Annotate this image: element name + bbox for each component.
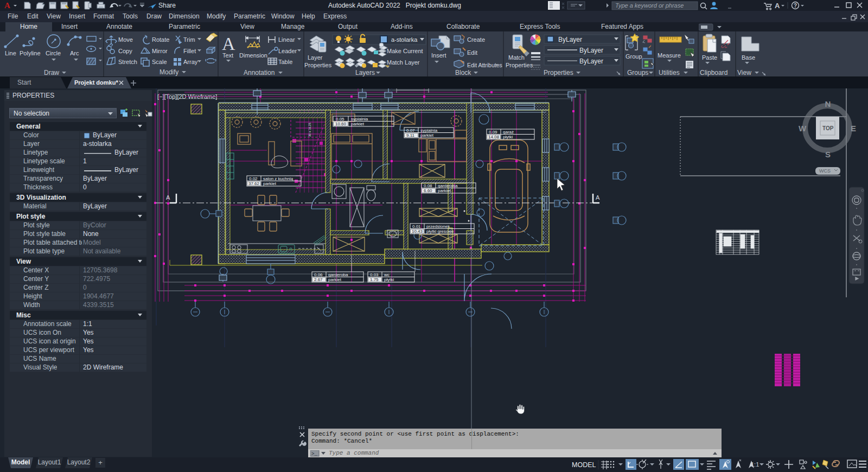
svg-text:przedsionek: przedsionek (426, 224, 450, 229)
svg-text:A: A (775, 2, 780, 10)
svg-text:Layers: Layers (355, 69, 375, 76)
svg-text:14.08: 14.08 (488, 135, 500, 139)
svg-text:ByLayer: ByLayer (558, 36, 582, 43)
svg-text:A: A (4, 1, 10, 10)
svg-text:Utilities: Utilities (659, 69, 680, 76)
svg-text:Paste: Paste (702, 54, 717, 61)
svg-text:Stretch: Stretch (118, 59, 137, 65)
svg-text:parkiet: parkiet (438, 188, 451, 193)
svg-text:Linear: Linear (278, 36, 295, 43)
svg-text:parkiet: parkiet (328, 277, 342, 282)
svg-text:Share: Share (158, 2, 176, 9)
svg-text:a-stolarka: a-stolarka (391, 36, 418, 43)
svg-text:A: A (222, 34, 235, 54)
svg-text:Circle: Circle (46, 50, 61, 56)
svg-text:0.06: 0.06 (314, 272, 323, 277)
svg-text:Layer: Layer (308, 54, 323, 61)
svg-text:0.01: 0.01 (412, 224, 421, 229)
svg-text:Match Layer: Match Layer (387, 59, 420, 66)
svg-text:Block: Block (455, 69, 471, 76)
svg-text:Mirror: Mirror (152, 48, 168, 54)
svg-text:Type a keyword or phrase: Type a keyword or phrase (615, 2, 684, 9)
svg-text:Text: Text (222, 52, 233, 59)
svg-text:Leader: Leader (278, 48, 297, 54)
svg-text:W: W (799, 124, 807, 133)
svg-text:płytki: płytki (503, 135, 513, 139)
svg-text:płytki: płytki (384, 277, 394, 282)
svg-text:Modify: Modify (159, 68, 178, 76)
svg-text:9.11: 9.11 (406, 133, 415, 138)
svg-text:Polyline: Polyline (20, 50, 41, 56)
svg-text:Annotation: Annotation (244, 69, 275, 76)
svg-text:Edit: Edit (467, 49, 477, 56)
svg-text:Trim: Trim (183, 36, 195, 43)
svg-text:Array: Array (183, 59, 198, 65)
svg-text:salon z kuchnią: salon z kuchnią (263, 176, 293, 181)
svg-text:Create: Create (467, 36, 485, 43)
svg-text:0.09: 0.09 (489, 130, 497, 135)
svg-text:?: ? (794, 3, 797, 9)
svg-text:parkiet: parkiet (420, 133, 434, 138)
svg-text:garderoba: garderoba (438, 183, 458, 188)
svg-text:6.60: 6.60 (424, 188, 432, 193)
svg-text:Line: Line (5, 50, 16, 56)
svg-text:30 x 16,25: 30 x 16,25 (308, 123, 311, 137)
svg-text:Copy: Copy (118, 48, 132, 54)
svg-text:A: A (166, 194, 170, 201)
svg-text:S: S (825, 150, 831, 159)
svg-text:Groups: Groups (627, 69, 648, 76)
svg-text:0.07: 0.07 (406, 128, 415, 133)
svg-text:Base: Base (742, 54, 755, 61)
svg-text:1.75: 1.75 (370, 277, 379, 282)
svg-text:Insert: Insert (431, 52, 446, 59)
svg-text:Arc: Arc (70, 50, 79, 56)
svg-text:ByLayer: ByLayer (579, 47, 603, 54)
svg-text:Properties: Properties (544, 69, 573, 76)
svg-text:Draw: Draw (44, 69, 59, 76)
svg-text:Match: Match (508, 54, 525, 61)
svg-text:Move: Move (118, 36, 133, 43)
svg-text:Table: Table (278, 59, 292, 65)
svg-text:>_: >_ (311, 451, 317, 457)
svg-text:Properties: Properties (304, 62, 332, 68)
svg-text:Properties: Properties (506, 62, 533, 68)
svg-text:N: N (825, 99, 831, 109)
svg-text:sypialnia: sypialnia (420, 128, 438, 133)
svg-text:Make Current: Make Current (387, 48, 423, 54)
svg-text:2.67: 2.67 (314, 277, 323, 282)
svg-text:Rotate: Rotate (152, 36, 169, 43)
svg-text:0.05: 0.05 (336, 117, 344, 122)
svg-text:Dimension: Dimension (239, 52, 267, 59)
svg-text:ByLayer: ByLayer (579, 58, 603, 65)
svg-text:wc: wc (384, 272, 390, 277)
svg-text:10.60: 10.60 (335, 122, 347, 126)
svg-text:płytki gresowe: płytki gresowe (426, 229, 454, 234)
svg-text:0.08: 0.08 (424, 183, 432, 188)
svg-text:garaż: garaż (503, 130, 514, 135)
svg-text:A: A (596, 194, 600, 201)
svg-text:0.03: 0.03 (370, 272, 379, 277)
svg-text:sypialnia: sypialnia (351, 117, 368, 122)
svg-text:TOP: TOP (822, 125, 834, 131)
svg-text:E: E (851, 124, 856, 133)
svg-text:View: View (737, 69, 751, 76)
svg-text:Clipboard: Clipboard (700, 69, 727, 76)
svg-text:Measure: Measure (658, 52, 681, 59)
svg-text:1:1: 1:1 (751, 461, 759, 468)
svg-text:37.62: 37.62 (248, 181, 260, 186)
svg-text:WCS: WCS (819, 168, 831, 174)
svg-text:MODEL: MODEL (572, 461, 596, 469)
svg-text:Group: Group (626, 53, 642, 60)
svg-text:Fillet: Fillet (183, 48, 196, 54)
svg-text:10.43: 10.43 (412, 229, 423, 234)
svg-text:parkiet: parkiet (263, 181, 277, 186)
svg-text:0.02: 0.02 (249, 176, 258, 181)
svg-text:garderoba: garderoba (328, 272, 348, 277)
svg-text:Scale: Scale (152, 59, 167, 65)
svg-text:parkiet: parkiet (351, 122, 365, 126)
